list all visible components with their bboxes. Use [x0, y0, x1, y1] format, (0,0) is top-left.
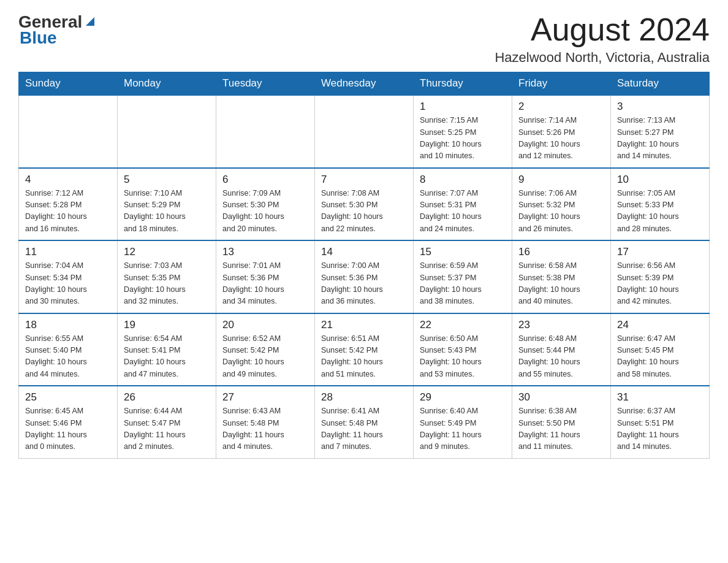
day-info: Sunrise: 6:43 AMSunset: 5:48 PMDaylight:…	[222, 405, 308, 453]
calendar-week-row: 11Sunrise: 7:04 AMSunset: 5:34 PMDayligh…	[19, 240, 710, 313]
day-number: 3	[617, 101, 703, 113]
day-number: 27	[222, 391, 308, 404]
day-info: Sunrise: 6:54 AMSunset: 5:41 PMDaylight:…	[124, 333, 210, 381]
calendar-day-cell: 26Sunrise: 6:44 AMSunset: 5:47 PMDayligh…	[118, 386, 216, 458]
day-info: Sunrise: 6:51 AMSunset: 5:42 PMDaylight:…	[321, 333, 407, 381]
calendar-day-cell: 18Sunrise: 6:55 AMSunset: 5:40 PMDayligh…	[19, 313, 118, 386]
col-header-monday: Monday	[118, 72, 216, 96]
calendar-week-row: 1Sunrise: 7:15 AMSunset: 5:25 PMDaylight…	[19, 95, 710, 168]
day-number: 24	[617, 319, 703, 331]
calendar-day-cell: 19Sunrise: 6:54 AMSunset: 5:41 PMDayligh…	[118, 313, 216, 386]
logo-triangle-icon	[83, 15, 97, 28]
day-info: Sunrise: 6:58 AMSunset: 5:38 PMDaylight:…	[518, 260, 604, 308]
day-number: 4	[25, 174, 111, 186]
calendar-day-cell: 20Sunrise: 6:52 AMSunset: 5:42 PMDayligh…	[216, 313, 315, 386]
col-header-sunday: Sunday	[19, 72, 118, 96]
day-number: 8	[420, 174, 506, 186]
calendar-day-cell: 23Sunrise: 6:48 AMSunset: 5:44 PMDayligh…	[512, 313, 611, 386]
day-info: Sunrise: 7:12 AMSunset: 5:28 PMDaylight:…	[25, 188, 111, 236]
day-number: 25	[25, 391, 111, 404]
calendar-day-cell: 6Sunrise: 7:09 AMSunset: 5:30 PMDaylight…	[216, 168, 315, 241]
day-number: 20	[222, 319, 308, 331]
col-header-wednesday: Wednesday	[315, 72, 414, 96]
day-number: 19	[124, 319, 210, 331]
day-info: Sunrise: 7:10 AMSunset: 5:29 PMDaylight:…	[124, 188, 210, 236]
calendar-day-cell: 3Sunrise: 7:13 AMSunset: 5:27 PMDaylight…	[611, 95, 710, 168]
col-header-tuesday: Tuesday	[216, 72, 315, 96]
day-number: 18	[25, 319, 111, 331]
calendar-day-cell: 12Sunrise: 7:03 AMSunset: 5:35 PMDayligh…	[118, 240, 216, 313]
calendar-day-cell: 30Sunrise: 6:38 AMSunset: 5:50 PMDayligh…	[512, 386, 611, 458]
day-info: Sunrise: 6:56 AMSunset: 5:39 PMDaylight:…	[617, 260, 703, 308]
day-info: Sunrise: 6:37 AMSunset: 5:51 PMDaylight:…	[617, 405, 703, 453]
calendar-day-cell: 17Sunrise: 6:56 AMSunset: 5:39 PMDayligh…	[611, 240, 710, 313]
day-info: Sunrise: 6:38 AMSunset: 5:50 PMDaylight:…	[518, 405, 604, 453]
day-info: Sunrise: 7:04 AMSunset: 5:34 PMDaylight:…	[25, 260, 111, 308]
calendar-day-cell: 14Sunrise: 7:00 AMSunset: 5:36 PMDayligh…	[315, 240, 414, 313]
page-header: General Blue August 2024 Hazelwood North…	[18, 12, 710, 66]
calendar-day-cell: 28Sunrise: 6:41 AMSunset: 5:48 PMDayligh…	[315, 386, 414, 458]
day-info: Sunrise: 6:50 AMSunset: 5:43 PMDaylight:…	[420, 333, 506, 381]
day-number: 11	[25, 246, 111, 258]
day-number: 5	[124, 174, 210, 186]
day-info: Sunrise: 7:14 AMSunset: 5:26 PMDaylight:…	[518, 115, 604, 163]
day-info: Sunrise: 7:01 AMSunset: 5:36 PMDaylight:…	[222, 260, 308, 308]
day-info: Sunrise: 7:00 AMSunset: 5:36 PMDaylight:…	[321, 260, 407, 308]
day-info: Sunrise: 6:59 AMSunset: 5:37 PMDaylight:…	[420, 260, 506, 308]
calendar-day-cell: 8Sunrise: 7:07 AMSunset: 5:31 PMDaylight…	[414, 168, 512, 241]
day-number: 12	[124, 246, 210, 258]
calendar-header-row: SundayMondayTuesdayWednesdayThursdayFrid…	[19, 72, 710, 96]
day-number: 1	[420, 101, 506, 113]
calendar-day-cell: 5Sunrise: 7:10 AMSunset: 5:29 PMDaylight…	[118, 168, 216, 241]
day-info: Sunrise: 7:09 AMSunset: 5:30 PMDaylight:…	[222, 188, 308, 236]
day-number: 28	[321, 391, 407, 404]
calendar-day-cell	[216, 95, 315, 168]
day-info: Sunrise: 7:08 AMSunset: 5:30 PMDaylight:…	[321, 188, 407, 236]
day-number: 2	[518, 101, 604, 113]
calendar-week-row: 4Sunrise: 7:12 AMSunset: 5:28 PMDaylight…	[19, 168, 710, 241]
day-info: Sunrise: 7:07 AMSunset: 5:31 PMDaylight:…	[420, 188, 506, 236]
month-title: August 2024	[495, 12, 710, 47]
day-number: 31	[617, 391, 703, 404]
day-number: 21	[321, 319, 407, 331]
day-info: Sunrise: 6:52 AMSunset: 5:42 PMDaylight:…	[222, 333, 308, 381]
day-number: 13	[222, 246, 308, 258]
calendar-day-cell: 15Sunrise: 6:59 AMSunset: 5:37 PMDayligh…	[414, 240, 512, 313]
logo-blue-text: Blue	[20, 28, 57, 48]
day-number: 22	[420, 319, 506, 331]
day-number: 7	[321, 174, 407, 186]
day-info: Sunrise: 6:55 AMSunset: 5:40 PMDaylight:…	[25, 333, 111, 381]
day-info: Sunrise: 7:13 AMSunset: 5:27 PMDaylight:…	[617, 115, 703, 163]
svg-marker-0	[86, 17, 94, 26]
calendar-day-cell: 21Sunrise: 6:51 AMSunset: 5:42 PMDayligh…	[315, 313, 414, 386]
col-header-thursday: Thursday	[414, 72, 512, 96]
col-header-saturday: Saturday	[611, 72, 710, 96]
day-info: Sunrise: 6:41 AMSunset: 5:48 PMDaylight:…	[321, 405, 407, 453]
day-number: 6	[222, 174, 308, 186]
calendar-day-cell: 4Sunrise: 7:12 AMSunset: 5:28 PMDaylight…	[19, 168, 118, 241]
calendar-day-cell: 7Sunrise: 7:08 AMSunset: 5:30 PMDaylight…	[315, 168, 414, 241]
day-info: Sunrise: 6:48 AMSunset: 5:44 PMDaylight:…	[518, 333, 604, 381]
day-number: 23	[518, 319, 604, 331]
calendar-day-cell: 10Sunrise: 7:05 AMSunset: 5:33 PMDayligh…	[611, 168, 710, 241]
day-number: 30	[518, 391, 604, 404]
calendar-day-cell	[19, 95, 118, 168]
day-info: Sunrise: 7:05 AMSunset: 5:33 PMDaylight:…	[617, 188, 703, 236]
calendar-day-cell: 13Sunrise: 7:01 AMSunset: 5:36 PMDayligh…	[216, 240, 315, 313]
calendar-day-cell: 11Sunrise: 7:04 AMSunset: 5:34 PMDayligh…	[19, 240, 118, 313]
calendar-day-cell: 16Sunrise: 6:58 AMSunset: 5:38 PMDayligh…	[512, 240, 611, 313]
calendar-day-cell	[118, 95, 216, 168]
calendar-day-cell: 9Sunrise: 7:06 AMSunset: 5:32 PMDaylight…	[512, 168, 611, 241]
calendar-day-cell: 2Sunrise: 7:14 AMSunset: 5:26 PMDaylight…	[512, 95, 611, 168]
day-info: Sunrise: 7:06 AMSunset: 5:32 PMDaylight:…	[518, 188, 604, 236]
day-info: Sunrise: 7:15 AMSunset: 5:25 PMDaylight:…	[420, 115, 506, 163]
day-number: 10	[617, 174, 703, 186]
day-info: Sunrise: 6:47 AMSunset: 5:45 PMDaylight:…	[617, 333, 703, 381]
header-title-block: August 2024 Hazelwood North, Victoria, A…	[495, 12, 710, 66]
day-number: 29	[420, 391, 506, 404]
calendar-table: SundayMondayTuesdayWednesdayThursdayFrid…	[18, 72, 710, 459]
day-info: Sunrise: 6:44 AMSunset: 5:47 PMDaylight:…	[124, 405, 210, 453]
calendar-day-cell	[315, 95, 414, 168]
col-header-friday: Friday	[512, 72, 611, 96]
location-subtitle: Hazelwood North, Victoria, Australia	[495, 50, 710, 66]
